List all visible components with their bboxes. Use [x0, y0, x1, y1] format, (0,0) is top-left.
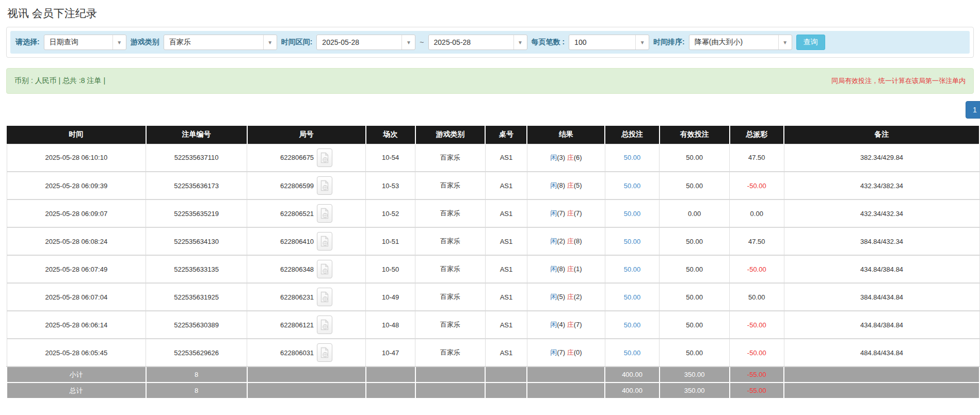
valid-bet-cell: 50.00: [660, 283, 730, 311]
empty-cell: [784, 383, 979, 399]
search-button[interactable]: 查询: [796, 35, 825, 50]
date-to-select[interactable]: 2025-05-28 ▼: [428, 35, 527, 50]
video-playback-button[interactable]: [317, 260, 332, 278]
subtotal-row-total-bet: 400.00: [605, 367, 660, 383]
table-row: 2025-05-28 06:05:45522535629626622806031…: [7, 339, 979, 367]
total-bet-link[interactable]: 50.00: [624, 154, 641, 161]
empty-cell: [784, 367, 979, 383]
video-playback-button[interactable]: [317, 288, 332, 306]
result-cell: 闲(8) 庄(1): [527, 255, 605, 283]
video-file-icon: [320, 291, 329, 303]
round-id-cell: 622806031: [247, 339, 366, 367]
game-type-cell: 百家乐: [415, 172, 486, 200]
column-header: 结果: [527, 126, 605, 144]
chevron-down-icon: ▼: [513, 35, 527, 49]
result-player-label: 闲: [550, 348, 557, 356]
result-banker-score: (2): [574, 293, 582, 301]
column-header: 备注: [784, 126, 979, 144]
video-playback-button[interactable]: [317, 176, 332, 195]
valid-bet-note-text: 同局有效投注，统一计算在该局第一张注单内: [831, 76, 966, 86]
valid-bet-cell: 50.00: [660, 172, 730, 200]
round-id-cell: 622806521: [247, 200, 366, 227]
chevron-down-icon: ▼: [778, 35, 792, 49]
column-header: 场次: [366, 126, 415, 144]
subtotal-row-payout: -55.00: [730, 367, 784, 383]
subtotal-row-count: 8: [146, 367, 247, 383]
date-from-select[interactable]: 2025-05-28 ▼: [316, 35, 415, 50]
table-row: 2025-05-28 06:08:24522535634130622806410…: [7, 227, 979, 255]
game-type-cell: 百家乐: [415, 255, 486, 283]
result-player-score: (8): [557, 181, 565, 189]
total-bet-link[interactable]: 50.00: [624, 210, 641, 218]
payout-value: 0.00: [750, 210, 763, 218]
table-number-cell: AS1: [485, 227, 527, 255]
valid-bet-cell: 50.00: [660, 144, 730, 172]
video-playback-button[interactable]: [317, 316, 332, 334]
chevron-down-icon: ▼: [263, 35, 277, 49]
payout-cell: 0.00: [730, 200, 784, 227]
table-number-cell: AS1: [485, 339, 527, 367]
column-header: 桌号: [485, 126, 527, 144]
result-banker-score: (7): [574, 321, 582, 328]
payout-value: -50.00: [747, 265, 766, 273]
round-id-value: 622806410: [280, 238, 314, 245]
round-id-wrap: 622806410: [280, 232, 332, 251]
column-header: 总投注: [605, 126, 660, 144]
total-bet-link[interactable]: 50.00: [624, 293, 641, 301]
total-bet-cell: 50.00: [605, 255, 660, 283]
video-playback-button[interactable]: [317, 148, 332, 167]
page-1-button[interactable]: 1: [966, 101, 980, 119]
bet-id-cell: 522535636173: [146, 172, 247, 200]
total-row-payout: -55.00: [730, 383, 784, 399]
page-size-value: 100: [569, 38, 635, 46]
video-playback-button[interactable]: [317, 232, 332, 251]
round-id-value: 622806121: [280, 321, 314, 329]
video-playback-button[interactable]: [317, 343, 332, 362]
game-type-value: 百家乐: [164, 38, 263, 47]
result-player-score: (2): [557, 237, 565, 245]
session-cell: 10-52: [366, 200, 415, 227]
payout-value: -50.00: [747, 321, 766, 329]
video-file-icon: [320, 152, 329, 163]
total-bet-link[interactable]: 50.00: [624, 349, 641, 357]
table-row: 2025-05-28 06:07:49522535633135622806348…: [7, 255, 979, 283]
remark-cell: 384.84/434.84: [784, 283, 979, 311]
video-file-icon: [320, 319, 329, 330]
table-row: 2025-05-28 06:09:07522535635219622806521…: [7, 200, 979, 227]
result-player-score: (4): [557, 321, 565, 328]
round-id-value: 622806348: [280, 265, 314, 273]
game-type-cell: 百家乐: [415, 283, 486, 311]
result-banker-score: (6): [574, 154, 582, 161]
column-header: 总派彩: [730, 126, 784, 144]
payout-value: 50.00: [748, 293, 765, 301]
result-cell: 闲(8) 庄(5): [527, 172, 605, 200]
query-type-select[interactable]: 日期查询 ▼: [44, 35, 126, 50]
result-banker-score: (7): [574, 209, 582, 217]
chevron-down-icon: ▼: [401, 35, 415, 49]
remark-cell: 484.84/434.84: [784, 339, 979, 367]
total-bet-link[interactable]: 50.00: [624, 238, 641, 245]
empty-cell: [415, 383, 486, 399]
session-cell: 10-54: [366, 144, 415, 172]
session-cell: 10-53: [366, 172, 415, 200]
table-row: 2025-05-28 06:06:14522535630389622806121…: [7, 311, 979, 339]
total-bet-cell: 50.00: [605, 339, 660, 367]
query-type-label: 请选择:: [15, 38, 40, 47]
page-size-select[interactable]: 100 ▼: [569, 35, 649, 50]
column-header: 时间: [7, 126, 146, 144]
total-bet-link[interactable]: 50.00: [624, 321, 641, 329]
round-id-wrap: 622806121: [280, 316, 332, 334]
video-playback-button[interactable]: [317, 204, 332, 223]
empty-cell: [247, 383, 366, 399]
round-id-wrap: 622806231: [280, 288, 332, 306]
payout-cell: 47.50: [730, 144, 784, 172]
result-banker-label: 庄: [567, 154, 574, 161]
game-type-select[interactable]: 百家乐 ▼: [164, 35, 277, 50]
bet-time-cell: 2025-05-28 06:08:24: [7, 227, 146, 255]
payout-cell: 50.00: [730, 283, 784, 311]
time-sort-value: 降幂(由大到小): [689, 38, 778, 47]
total-bet-link[interactable]: 50.00: [624, 265, 641, 273]
time-sort-select[interactable]: 降幂(由大到小) ▼: [689, 35, 792, 50]
total-bet-link[interactable]: 50.00: [624, 182, 641, 190]
valid-bet-cell: 50.00: [660, 339, 730, 367]
